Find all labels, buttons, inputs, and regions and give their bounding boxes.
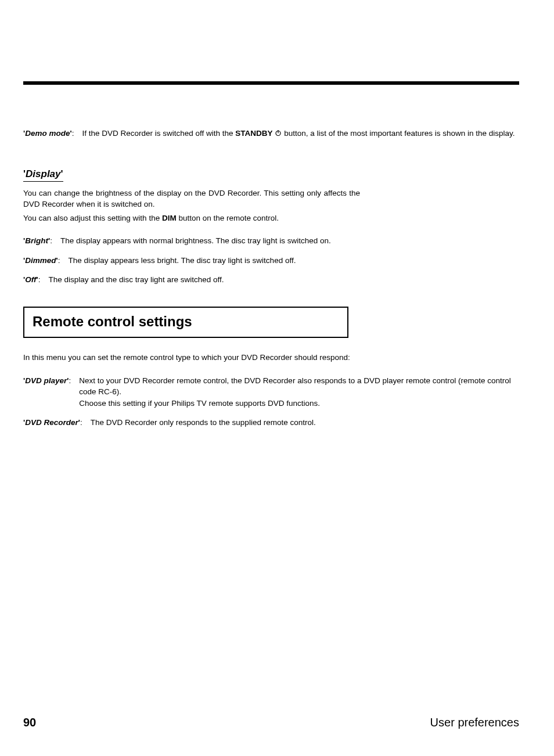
- display-defs: 'Bright': The display appears with norma…: [23, 235, 519, 286]
- display-title-text: Display: [26, 168, 60, 179]
- def-dimmed: 'Dimmed': The display appears less brigh…: [23, 255, 519, 267]
- display-para2-after: button on the remote control.: [177, 214, 279, 222]
- dvd-player-desc: Next to your DVD Recorder remote control…: [79, 375, 519, 409]
- bright-label: Bright: [25, 236, 48, 245]
- dvd-recorder-desc: The DVD Recorder only responds to the su…: [91, 417, 316, 429]
- def-label: 'DVD Recorder':: [23, 417, 91, 429]
- bright-desc: The display appears with normal brightne…: [60, 235, 331, 247]
- def-label: 'Dimmed':: [23, 255, 68, 267]
- page-footer: 90 User preferences: [23, 716, 519, 729]
- off-label: Off: [25, 275, 36, 284]
- off-desc: The display and the disc tray light are …: [48, 274, 224, 286]
- def-demo-mode: 'Demo mode': If the DVD Recorder is swit…: [23, 128, 519, 139]
- dimmed-desc: The display appears less bright. The dis…: [68, 255, 296, 267]
- demo-mode-text-after: button, a list of the most important fea…: [284, 129, 515, 138]
- def-dvd-player: 'DVD player': Next to your DVD Recorder …: [23, 375, 519, 409]
- def-body: If the DVD Recorder is switched off with…: [82, 128, 515, 139]
- dvd-player-label: DVD player: [25, 376, 67, 385]
- page-content: 'Demo mode': If the DVD Recorder is swit…: [0, 0, 554, 429]
- remote-defs: 'DVD player': Next to your DVD Recorder …: [23, 375, 519, 429]
- display-para1: You can change the brightness of the dis…: [23, 188, 360, 210]
- page-number: 90: [23, 716, 36, 729]
- dvd-recorder-label: DVD Recorder: [25, 418, 78, 427]
- demo-mode-text-before: If the DVD Recorder is switched off with…: [82, 129, 235, 138]
- def-label: 'DVD player':: [23, 375, 79, 409]
- def-label: 'Bright':: [23, 235, 60, 247]
- display-para2-before: You can also adjust this setting with th…: [23, 214, 162, 222]
- def-label: 'Demo mode':: [23, 128, 82, 139]
- display-section-title: 'Display': [23, 168, 63, 182]
- def-off: 'Off': The display and the disc tray lig…: [23, 274, 519, 286]
- display-para2: You can also adjust this setting with th…: [23, 213, 360, 224]
- def-dvd-recorder: 'DVD Recorder': The DVD Recorder only re…: [23, 417, 519, 429]
- remote-intro: In this menu you can set the remote cont…: [23, 352, 360, 363]
- def-bright: 'Bright': The display appears with norma…: [23, 235, 519, 247]
- dimmed-label: Dimmed: [25, 256, 56, 265]
- dim-label: DIM: [162, 214, 177, 222]
- top-rule: [23, 81, 519, 85]
- remote-heading: Remote control settings: [23, 307, 348, 338]
- standby-label: STANDBY: [235, 129, 272, 138]
- def-label: 'Off':: [23, 274, 48, 286]
- footer-section-title: User preferences: [430, 716, 519, 729]
- standby-icon: [275, 129, 284, 138]
- demo-mode-label: Demo mode: [25, 129, 70, 138]
